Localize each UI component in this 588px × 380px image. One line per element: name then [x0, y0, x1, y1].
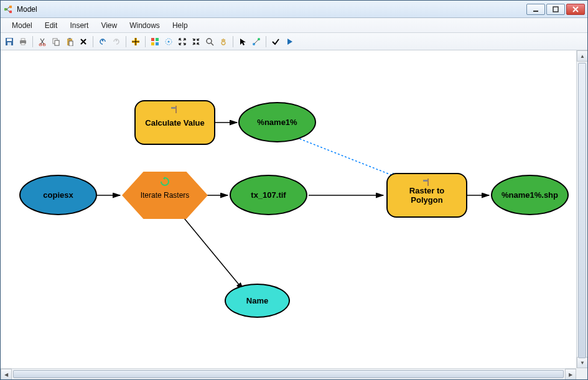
print-button[interactable] — [17, 35, 29, 48]
svg-line-35 — [184, 218, 243, 290]
model-canvas[interactable]: copiesx Iterate Rasters Calculate Value … — [1, 50, 576, 368]
svg-rect-10 — [21, 43, 25, 45]
save-button[interactable] — [3, 35, 16, 48]
svg-rect-39 — [427, 178, 429, 186]
svg-rect-9 — [21, 39, 25, 40]
zoom-out-icon — [192, 37, 200, 46]
node-label: tx_107.tif — [251, 190, 286, 200]
hammer-icon — [422, 178, 431, 187]
add-data-button[interactable] — [129, 35, 142, 48]
cut-button[interactable] — [36, 35, 49, 48]
toolbar-separator — [233, 36, 233, 47]
copy-icon — [52, 37, 60, 46]
menu-edit[interactable]: Edit — [39, 19, 64, 32]
node-calculate-value[interactable]: Calculate Value — [134, 100, 215, 145]
connect-button[interactable] — [250, 35, 263, 48]
canvas-container: copiesx Iterate Rasters Calculate Value … — [1, 50, 587, 379]
menu-model[interactable]: Model — [6, 19, 39, 32]
toolbar — [1, 33, 587, 50]
svg-point-25 — [168, 40, 170, 42]
toolbar-separator — [93, 36, 93, 47]
hand-icon — [219, 37, 228, 46]
scroll-down-button[interactable]: ▼ — [577, 357, 587, 368]
svg-rect-2 — [9, 11, 12, 13]
run-button[interactable] — [283, 35, 296, 48]
validate-button[interactable] — [269, 35, 282, 48]
toolbar-separator — [126, 36, 126, 47]
run-icon — [285, 37, 294, 46]
svg-rect-23 — [156, 42, 159, 45]
scroll-corner — [576, 368, 587, 379]
auto-layout-button[interactable] — [149, 35, 161, 48]
full-extent-icon — [164, 37, 173, 46]
app-icon — [3, 4, 13, 14]
node-label: %name1% — [257, 118, 297, 127]
add-data-icon — [131, 37, 140, 46]
node-label: copiesx — [43, 190, 73, 200]
paste-button[interactable] — [63, 35, 76, 48]
pan-button[interactable] — [217, 35, 230, 48]
svg-line-34 — [296, 137, 399, 178]
close-icon — [572, 6, 579, 12]
toolbar-separator — [32, 36, 33, 47]
node-raster-to-polygon[interactable]: Raster to Polygon — [386, 173, 467, 218]
delete-icon — [79, 37, 88, 46]
node-label: Raster to Polygon — [394, 186, 460, 205]
print-icon — [19, 37, 27, 46]
hammer-icon — [170, 105, 179, 114]
scroll-left-button[interactable]: ◀ — [1, 369, 12, 379]
app-window: Model Model Edit Insert View Windows Hel… — [0, 0, 588, 380]
redo-button[interactable] — [110, 35, 123, 48]
svg-rect-3 — [533, 11, 538, 12]
node-iterate-rasters[interactable]: Iterate Rasters — [122, 172, 208, 219]
menu-insert[interactable]: Insert — [63, 19, 95, 32]
fixed-zoom-in-button[interactable] — [203, 35, 216, 48]
minimize-button[interactable] — [526, 4, 545, 15]
svg-rect-14 — [55, 40, 59, 45]
zoom-in-icon — [178, 37, 187, 46]
menubar: Model Edit Insert View Windows Help — [1, 18, 587, 33]
zoom-out-button[interactable] — [190, 35, 202, 48]
save-icon — [5, 37, 14, 46]
zoom-in-button[interactable] — [176, 35, 189, 48]
svg-rect-16 — [68, 38, 71, 39]
copy-button[interactable] — [50, 35, 62, 48]
check-icon — [271, 37, 280, 46]
minimize-icon — [533, 6, 539, 12]
node-label: Name — [246, 296, 268, 305]
scroll-track[interactable] — [12, 369, 565, 379]
scroll-thumb[interactable] — [13, 370, 564, 378]
undo-button[interactable] — [96, 35, 109, 48]
node-name[interactable]: Name — [225, 284, 290, 318]
scroll-right-button[interactable]: ▶ — [565, 369, 576, 379]
svg-rect-37 — [175, 106, 177, 113]
scroll-up-button[interactable]: ▲ — [577, 50, 587, 62]
maximize-button[interactable] — [546, 4, 565, 15]
node-name1-var[interactable]: %name1% — [238, 102, 316, 142]
scroll-track[interactable] — [577, 62, 587, 357]
node-name1-shp[interactable]: %name1%.shp — [491, 175, 569, 215]
horizontal-scrollbar[interactable]: ◀ ▶ — [1, 368, 576, 379]
full-extent-button[interactable] — [162, 35, 175, 48]
svg-rect-4 — [553, 7, 558, 12]
toolbar-separator — [145, 36, 146, 47]
toolbar-separator — [266, 36, 266, 47]
window-title: Model — [17, 5, 526, 14]
node-tx107[interactable]: tx_107.tif — [230, 175, 307, 215]
redo-icon — [112, 37, 121, 46]
svg-rect-17 — [69, 41, 73, 46]
svg-rect-20 — [151, 38, 154, 41]
undo-icon — [98, 37, 107, 46]
menu-windows[interactable]: Windows — [123, 19, 166, 32]
paste-icon — [65, 37, 74, 46]
scroll-thumb[interactable] — [578, 63, 586, 358]
vertical-scrollbar[interactable]: ▲ ▼ — [576, 50, 587, 368]
menu-view[interactable]: View — [95, 19, 123, 32]
svg-rect-1 — [9, 6, 12, 8]
svg-rect-22 — [151, 42, 154, 45]
menu-help[interactable]: Help — [166, 19, 194, 32]
select-button[interactable] — [236, 35, 249, 48]
delete-button[interactable] — [77, 35, 90, 48]
node-copiesx[interactable]: copiesx — [19, 175, 97, 215]
close-button[interactable] — [566, 4, 585, 15]
